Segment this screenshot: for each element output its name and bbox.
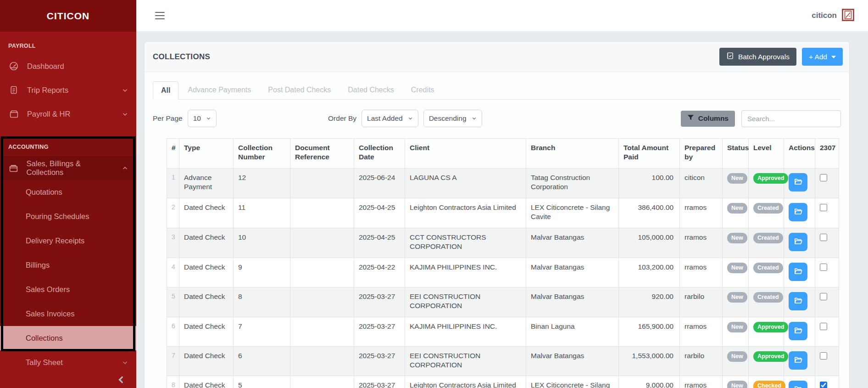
2307-checkbox[interactable] [820, 234, 827, 241]
sidebar-item-billings[interactable]: Billings [0, 253, 136, 277]
2307-checkbox[interactable] [820, 382, 827, 388]
funnel-icon [687, 114, 694, 123]
briefcase-icon [8, 163, 19, 173]
column-header[interactable]: 2307 [815, 139, 839, 169]
sidebar-item-collections[interactable]: Collections [0, 326, 136, 350]
column-header[interactable]: Level [749, 139, 784, 169]
filter-toolbar: Per Page 10 Order By Last Added [153, 110, 841, 127]
chevron-down-icon [206, 114, 211, 123]
column-header[interactable]: # [167, 139, 179, 169]
cell-total-amount-paid: 1,553,000.00 [619, 346, 680, 376]
2307-checkbox[interactable] [820, 352, 827, 360]
column-header[interactable]: Actions [784, 139, 815, 169]
sidebar-item-delivery-receipts[interactable]: Delivery Receipts [0, 229, 136, 253]
add-button[interactable]: + Add [802, 48, 843, 66]
topbar-user[interactable]: citicon [812, 9, 854, 23]
column-header[interactable]: Document Reference [290, 139, 354, 169]
cell-status: New [723, 258, 749, 287]
sidebar-item-label: Payroll & HR [27, 110, 70, 118]
column-header[interactable]: Type [179, 139, 234, 169]
cell-branch: LEX Citiconcrete - Silang Cavite [526, 198, 619, 228]
sidebar-item-payroll-hr[interactable]: Payroll & HR [0, 102, 136, 126]
2307-checkbox[interactable] [820, 293, 827, 300]
column-header[interactable]: Client [405, 139, 526, 169]
order-by-select[interactable]: Last Added [362, 110, 418, 127]
column-header[interactable]: Total Amount Paid [619, 139, 680, 169]
sidebar-item-sales-invoices[interactable]: Sales Invoices [0, 302, 136, 326]
search-input[interactable] [741, 110, 841, 127]
cell-actions [784, 228, 815, 258]
cell-document-reference [290, 346, 354, 376]
sidebar-item-sales-orders[interactable]: Sales Orders [0, 277, 136, 302]
open-record-button[interactable] [789, 381, 807, 388]
column-header[interactable]: Collection Date [354, 139, 405, 169]
columns-label: Columns [698, 114, 729, 123]
table-row: 5 Dated Check 8 2025-03-27 EEI CONSTRUCT… [167, 287, 839, 317]
sidebar-collapse-button[interactable] [117, 376, 125, 386]
level-badge: Approved [753, 322, 788, 333]
batch-approvals-button[interactable]: Batch Approvals [719, 48, 796, 66]
open-record-button[interactable] [789, 203, 807, 221]
speedometer-icon [8, 61, 19, 71]
columns-button[interactable]: Columns [681, 111, 735, 127]
cell-2307 [815, 258, 839, 287]
cell-actions [784, 168, 815, 198]
cell-actions [784, 346, 815, 376]
per-page-select[interactable]: 10 [188, 110, 217, 127]
column-header[interactable]: Branch [526, 139, 619, 169]
cell-type: Dated Check [179, 346, 234, 376]
column-header[interactable]: Status [723, 139, 749, 169]
sidebar-item-label: Dashboard [27, 62, 64, 71]
cell-type: Dated Check [179, 258, 234, 287]
cell-2307 [815, 317, 839, 346]
sidebar-item-dashboard[interactable]: Dashboard [0, 54, 136, 78]
sidebar-item-pouring-schedules[interactable]: Pouring Schedules [0, 204, 136, 229]
cell-status: New [723, 287, 749, 317]
open-record-button[interactable] [789, 351, 807, 370]
open-record-button[interactable] [789, 292, 807, 310]
cell-row-number: 5 [167, 287, 179, 317]
hamburger-menu-icon[interactable] [153, 10, 167, 21]
open-record-button[interactable] [789, 263, 807, 281]
cell-document-reference [290, 376, 354, 388]
2307-checkbox[interactable] [820, 323, 827, 330]
open-record-button[interactable] [789, 322, 807, 340]
open-record-button[interactable] [789, 233, 807, 251]
cell-status: New [723, 317, 749, 346]
cell-row-number: 1 [167, 168, 179, 198]
cell-collection-number: 7 [234, 317, 290, 346]
tab[interactable]: Advance Payments [180, 81, 259, 99]
open-record-button[interactable] [789, 173, 807, 191]
2307-checkbox[interactable] [820, 204, 827, 211]
tab[interactable]: Dated Checks [340, 81, 402, 99]
cell-total-amount-paid: 100.00 [619, 168, 680, 198]
cell-status: New [723, 376, 749, 388]
column-header[interactable]: Collection Number [234, 139, 290, 169]
open-folder-icon [794, 355, 802, 366]
cell-branch: Malvar Batangas [526, 346, 619, 376]
order-direction-select[interactable]: Descending [423, 110, 482, 127]
sidebar-item-label: Billings [26, 261, 50, 270]
tab[interactable]: All [153, 81, 178, 100]
cell-collection-number: 11 [234, 198, 290, 228]
open-folder-icon [794, 267, 802, 277]
cell-collection-date: 2025-04-25 [354, 198, 405, 228]
cell-row-number: 7 [167, 346, 179, 376]
column-header[interactable]: Prepared by [680, 139, 723, 169]
tab[interactable]: Credits [403, 81, 442, 99]
sidebar-item-trip-reports[interactable]: Trip Reports [0, 78, 136, 102]
sidebar-item-sales-billings-collections[interactable]: Sales, Billings & Collections [0, 156, 136, 180]
tab[interactable]: Post Dated Checks [260, 81, 339, 99]
sidebar-item-tally-sheet[interactable]: Tally Sheet [0, 350, 136, 375]
table-row: 8 Dated Check 5 2025-03-27 Leighton Cont… [167, 376, 839, 388]
2307-checkbox[interactable] [820, 264, 827, 271]
status-badge: New [727, 173, 747, 184]
username-label: citicon [812, 11, 837, 20]
status-badge: New [727, 351, 747, 362]
sidebar-item-quotations[interactable]: Quotations [0, 180, 136, 204]
2307-checkbox[interactable] [820, 174, 827, 181]
cell-actions [784, 198, 815, 228]
sidebar-item-label: Pouring Schedules [26, 212, 89, 221]
cell-branch: Malvar Batangas [526, 287, 619, 317]
open-folder-icon [794, 177, 802, 187]
